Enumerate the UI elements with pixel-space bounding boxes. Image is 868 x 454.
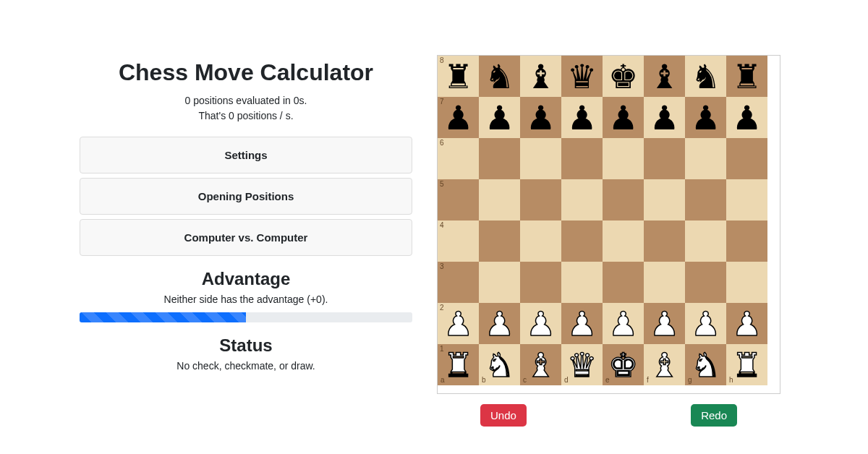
white-bishop-icon: [526, 348, 556, 382]
square-d8[interactable]: [561, 56, 603, 97]
status-heading: Status: [80, 335, 412, 356]
square-g6[interactable]: [685, 138, 726, 179]
square-f2[interactable]: [644, 303, 685, 344]
file-label: c: [523, 377, 527, 384]
square-e2[interactable]: [603, 303, 644, 344]
square-a6[interactable]: 6: [438, 138, 479, 179]
square-g2[interactable]: [685, 303, 726, 344]
black-bishop-icon: [650, 60, 679, 93]
square-c6[interactable]: [520, 138, 561, 179]
square-f1[interactable]: f: [644, 344, 685, 385]
advantage-text: Neither side has the advantage (+0).: [80, 294, 412, 305]
square-h7[interactable]: [726, 97, 767, 138]
rank-label: 1: [440, 346, 444, 353]
square-d4[interactable]: [561, 220, 603, 262]
square-h3[interactable]: [726, 262, 767, 303]
square-e1[interactable]: e: [603, 344, 644, 385]
square-b6[interactable]: [479, 138, 520, 179]
square-e7[interactable]: [603, 97, 644, 138]
black-pawn-icon: [608, 101, 638, 134]
square-a4[interactable]: 4: [438, 220, 479, 262]
square-h1[interactable]: h: [726, 344, 767, 385]
square-a2[interactable]: 2: [438, 303, 479, 344]
rank-label: 8: [440, 57, 444, 64]
square-f4[interactable]: [644, 220, 685, 262]
square-a8[interactable]: 8: [438, 56, 479, 97]
square-c4[interactable]: [520, 220, 561, 262]
square-h8[interactable]: [726, 56, 767, 97]
advantage-heading: Advantage: [80, 269, 412, 289]
square-e3[interactable]: [603, 262, 644, 303]
square-c1[interactable]: c: [520, 344, 561, 385]
square-f3[interactable]: [644, 262, 685, 303]
black-pawn-icon: [485, 101, 514, 134]
white-king-icon: [608, 348, 638, 382]
square-d1[interactable]: d: [561, 344, 603, 385]
board-scroll-area[interactable]: 87654321abcdefgh: [437, 55, 780, 394]
square-c7[interactable]: [520, 97, 561, 138]
square-e8[interactable]: [603, 56, 644, 97]
square-a1[interactable]: 1a: [438, 344, 479, 385]
square-b5[interactable]: [479, 179, 520, 220]
square-g1[interactable]: g: [685, 344, 726, 385]
square-f7[interactable]: [644, 97, 685, 138]
computer-vs-computer-section[interactable]: Computer vs. Computer: [80, 219, 412, 256]
square-e6[interactable]: [603, 138, 644, 179]
white-pawn-icon: [443, 307, 473, 340]
square-d7[interactable]: [561, 97, 603, 138]
black-pawn-icon: [567, 101, 597, 134]
black-king-icon: [608, 60, 638, 93]
page-title: Chess Move Calculator: [80, 59, 412, 86]
settings-section[interactable]: Settings: [80, 137, 412, 174]
black-pawn-icon: [443, 101, 473, 134]
square-b7[interactable]: [479, 97, 520, 138]
square-h5[interactable]: [726, 179, 767, 220]
black-queen-icon: [567, 60, 597, 93]
white-knight-icon: [485, 348, 514, 382]
square-g8[interactable]: [685, 56, 726, 97]
square-c2[interactable]: [520, 303, 561, 344]
opening-positions-section[interactable]: Opening Positions: [80, 178, 412, 215]
black-pawn-icon: [732, 101, 762, 134]
file-label: b: [482, 377, 486, 384]
stats-line-1: 0 positions evaluated in 0s.: [80, 93, 412, 108]
chess-board[interactable]: 87654321abcdefgh: [438, 56, 767, 385]
board-panel: 87654321abcdefgh Undo Redo: [430, 0, 868, 427]
square-e4[interactable]: [603, 220, 644, 262]
board-buttons: Undo Redo: [437, 394, 780, 427]
square-b8[interactable]: [479, 56, 520, 97]
square-g5[interactable]: [685, 179, 726, 220]
square-h4[interactable]: [726, 220, 767, 262]
square-a3[interactable]: 3: [438, 262, 479, 303]
square-c5[interactable]: [520, 179, 561, 220]
square-c3[interactable]: [520, 262, 561, 303]
square-f5[interactable]: [644, 179, 685, 220]
advantage-bar-fill: [80, 312, 246, 322]
undo-button[interactable]: Undo: [480, 404, 527, 427]
square-b2[interactable]: [479, 303, 520, 344]
square-g3[interactable]: [685, 262, 726, 303]
redo-button[interactable]: Redo: [691, 404, 737, 427]
square-d2[interactable]: [561, 303, 603, 344]
square-e5[interactable]: [603, 179, 644, 220]
square-a5[interactable]: 5: [438, 179, 479, 220]
square-h6[interactable]: [726, 138, 767, 179]
rank-label: 4: [440, 222, 444, 229]
square-d3[interactable]: [561, 262, 603, 303]
black-pawn-icon: [526, 101, 556, 134]
rank-label: 5: [440, 181, 444, 188]
black-pawn-icon: [650, 101, 679, 134]
square-f6[interactable]: [644, 138, 685, 179]
white-pawn-icon: [691, 307, 720, 340]
square-g4[interactable]: [685, 220, 726, 262]
square-g7[interactable]: [685, 97, 726, 138]
square-c8[interactable]: [520, 56, 561, 97]
square-b1[interactable]: b: [479, 344, 520, 385]
square-f8[interactable]: [644, 56, 685, 97]
square-a7[interactable]: 7: [438, 97, 479, 138]
square-b3[interactable]: [479, 262, 520, 303]
square-d5[interactable]: [561, 179, 603, 220]
square-h2[interactable]: [726, 303, 767, 344]
square-b4[interactable]: [479, 220, 520, 262]
square-d6[interactable]: [561, 138, 603, 179]
